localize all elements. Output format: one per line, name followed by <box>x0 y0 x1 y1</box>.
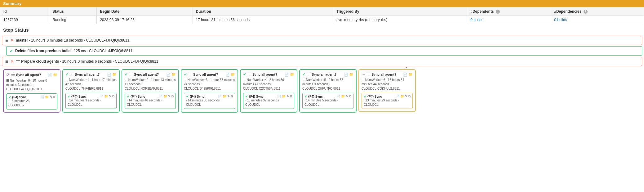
sync-0-folder[interactable]: 📁 <box>45 95 49 99</box>
sync-1-doc[interactable]: 📄 <box>100 95 103 98</box>
dependencies-link[interactable]: 0 builds <box>554 18 567 22</box>
sync-3-folder[interactable]: 📁 <box>223 95 226 98</box>
sync-1-copy[interactable]: ⧉ <box>112 95 114 98</box>
sync-2-edit[interactable]: ✎ <box>168 95 171 98</box>
agent-3-title: == Sync all agent? <box>188 73 218 76</box>
sync-6-edit[interactable]: ✎ <box>405 95 407 98</box>
sync-6-folder[interactable]: 📁 <box>400 95 404 98</box>
sync-0-doc[interactable]: 📄 <box>40 95 44 99</box>
agent-6-wrapper: ⋯ == Sync all agent? 📄 📁 ☰ NumWorker=6 ·… <box>358 69 416 113</box>
sync-1-edit[interactable]: ✎ <box>109 95 111 98</box>
sync-1-icons: 📄 📁 ✎ ⧉ <box>100 95 114 98</box>
folder-icon-3[interactable]: 📁 <box>231 73 235 77</box>
agent-0-header: ⊘ == Sync all agent? 📄 📁 <box>6 72 57 77</box>
doc-icon-2[interactable]: 📄 <box>166 73 171 77</box>
summary-table: Id Status Begin Date Duration Triggered … <box>0 7 644 24</box>
agent-1-title: == Sync all agent? <box>70 73 100 76</box>
sync-4-edit[interactable]: ✎ <box>286 95 289 98</box>
agent-5-sync-card: ✔ {P4} Sync 📄 📁 ✎ ⧉ · 14 minutes 5 secon… <box>302 93 353 109</box>
expand-icon[interactable]: ☰ <box>5 38 8 42</box>
agent-1-header: ✔ == Sync all agent? 📄 📁 <box>65 72 117 77</box>
red-arrow <box>382 67 419 72</box>
sync-0-copy[interactable]: ⧉ <box>53 95 55 99</box>
col-dependencies: #Dependencies ℹ <box>551 7 644 16</box>
agent-2-expand[interactable]: ☰ <box>125 78 127 82</box>
agent-5-success-icon: ✔ <box>302 72 305 77</box>
sync-2-icons: 📄 📁 ✎ ⧉ <box>159 95 174 98</box>
folder-icon-2[interactable]: 📁 <box>171 73 176 77</box>
doc-icon-4[interactable]: 📄 <box>285 73 289 77</box>
cell-id: 1267139 <box>0 16 49 24</box>
agent-0-icons: 📄 📁 <box>48 73 57 77</box>
doc-icon-1[interactable]: 📄 <box>107 73 111 77</box>
expand-icon-2[interactable]: ☰ <box>5 60 8 64</box>
sync-2-folder[interactable]: 📁 <box>163 95 167 98</box>
sync-4-copy[interactable]: ⧉ <box>290 95 292 98</box>
agent-0-expand[interactable]: ☰ <box>6 79 9 82</box>
folder-icon-0[interactable]: 📁 <box>53 73 57 77</box>
agent-3-expand[interactable]: ☰ <box>184 78 187 82</box>
sync-2-success-icon: ✔ <box>127 95 129 98</box>
agent-1-success-icon: ✔ <box>65 72 69 77</box>
agent-1-info: ☰ NumWorker=1 · 1 hour 17 minutes 42 sec… <box>65 78 117 91</box>
agent-card-2: ✔ == Sync all agent? 📄 📁 ☰ NumWorker=2 ·… <box>122 69 179 113</box>
sync-3-copy[interactable]: ⧉ <box>231 95 233 98</box>
folder-icon-4[interactable]: 📁 <box>290 73 294 77</box>
agent-4-info: ☰ NumWorker=4 · 2 hours 56 minutes 47 se… <box>243 78 294 91</box>
sync-4-doc[interactable]: 📄 <box>277 95 281 98</box>
agents-container: ⊘ == Sync all agent? 📄 📁 ☰ NumWorker=0 ·… <box>0 67 644 114</box>
sync-3-doc[interactable]: 📄 <box>218 95 222 98</box>
agent-6-sync-info: · 13 minutes 29 seconds ·CLOUDCL- <box>364 98 411 107</box>
doc-icon-5[interactable]: 📄 <box>344 73 348 77</box>
sync-4-folder[interactable]: 📁 <box>282 95 286 98</box>
folder-icon-1[interactable]: 📁 <box>112 73 117 77</box>
sync-0-edit[interactable]: ✎ <box>50 95 52 99</box>
agent-6-expand[interactable]: ☰ <box>362 78 364 82</box>
doc-icon-3[interactable]: 📄 <box>225 73 230 77</box>
agent-6-icons: 📄 📁 <box>403 73 413 77</box>
folder-icon-6[interactable]: 📁 <box>408 73 413 77</box>
dependents-link[interactable]: 0 builds <box>470 18 483 22</box>
agent-3-info: ☰ NumWorker=3 · 1 hour 37 minutes 24 sec… <box>184 78 235 91</box>
agent-3-sync-header: ✔ {P4} Sync 📄 📁 ✎ ⧉ <box>186 95 233 98</box>
agent-4-expand[interactable]: ☰ <box>243 78 246 82</box>
dependents-info-icon: ℹ <box>496 10 500 14</box>
folder-icon-5[interactable]: 📁 <box>349 73 353 77</box>
sync-5-folder[interactable]: 📁 <box>341 95 345 98</box>
doc-icon-6[interactable]: 📄 <box>403 73 407 77</box>
sync-5-doc[interactable]: 📄 <box>336 95 340 98</box>
agent-4-title: == Sync all agent? <box>247 73 278 76</box>
agent-6-title: == Sync all agent? <box>366 73 397 76</box>
agent-3-header: ✔ == Sync all agent? 📄 📁 <box>184 72 235 77</box>
agent-1-expand[interactable]: ☰ <box>65 78 68 82</box>
cell-triggered-by: svc_memory-rbs (memory-rbs) <box>333 16 467 24</box>
error-icon-2: ✕ <box>10 59 14 64</box>
sync-6-copy[interactable]: ⧉ <box>408 95 411 98</box>
sync-2-doc[interactable]: 📄 <box>159 95 162 98</box>
doc-icon-0[interactable]: 📄 <box>48 73 52 77</box>
agent-card-1: ✔ == Sync all agent? 📄 📁 ☰ NumWorker=1 ·… <box>62 69 120 113</box>
agent-1-sync-card: ✔ {P4} Sync 📄 📁 ✎ ⧉ · 14 minutes 9 secon… <box>65 93 117 109</box>
sync-3-edit[interactable]: ✎ <box>227 95 230 98</box>
col-dependents: #Dependents ℹ <box>467 7 551 16</box>
cell-begin-date: 2023-03-09 17:16:25 <box>97 16 193 24</box>
sync-0-title: {P4} Sync <box>12 96 27 99</box>
agent-card-5: ✔ == Sync all agent? 📄 📁 ☰ NumWorker=5 ·… <box>299 69 357 113</box>
svg-line-1 <box>385 67 406 68</box>
cell-dependents[interactable]: 0 builds <box>467 16 551 24</box>
agent-2-icons: 📄 📁 <box>166 73 176 77</box>
agent-0-info: ☰ NumWorker=0 · 10 hours 0 minutes 3 sec… <box>6 78 57 92</box>
summary-header: Summary <box>0 0 644 7</box>
agents-wrapper: ⊘ == Sync all agent? 📄 📁 ☰ NumWorker=0 ·… <box>0 67 644 114</box>
sync-2-copy[interactable]: ⧉ <box>171 95 174 98</box>
sync-6-doc[interactable]: 📄 <box>396 95 399 98</box>
sync-5-edit[interactable]: ✎ <box>346 95 348 98</box>
agent-5-expand[interactable]: ☰ <box>302 78 305 82</box>
step-master-label: master · 10 hours 0 minutes 18 seconds ·… <box>16 38 129 42</box>
sync-1-folder[interactable]: 📁 <box>104 95 108 98</box>
agent-3-sync-card: ✔ {P4} Sync 📄 📁 ✎ ⧉ · 14 minutes 38 seco… <box>184 93 235 109</box>
sync-5-copy[interactable]: ⧉ <box>349 95 351 98</box>
cell-dependencies[interactable]: 0 builds <box>551 16 644 24</box>
agent-4-success-icon: ✔ <box>243 72 246 77</box>
sync-6-title: {P4} Sync <box>367 95 382 98</box>
